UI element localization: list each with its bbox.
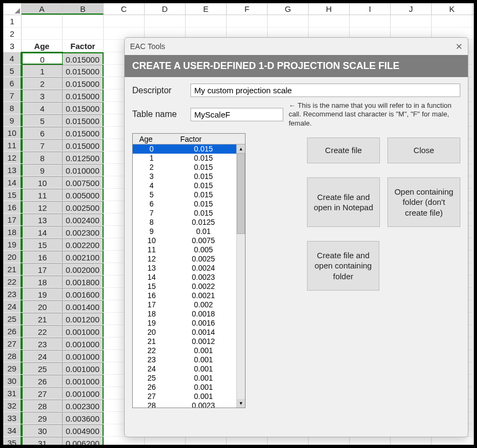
cell[interactable]: 0.006200 (63, 437, 104, 445)
cell[interactable]: 21 (22, 313, 63, 325)
cell[interactable]: 0.001800 (63, 275, 104, 287)
cell[interactable]: 11 (22, 189, 63, 201)
cell[interactable]: 25 (22, 362, 63, 374)
cell[interactable] (309, 437, 350, 445)
cell[interactable] (391, 15, 432, 27)
list-item[interactable]: 220.001 (133, 346, 236, 355)
row-header[interactable]: 30 (3, 375, 22, 387)
cell[interactable]: 0.001400 (63, 300, 104, 312)
cell[interactable]: 0.002200 (63, 238, 104, 250)
list-item[interactable]: 30.015 (133, 172, 236, 181)
list-item[interactable]: 200.0014 (133, 328, 236, 337)
cell[interactable] (227, 437, 268, 445)
row-header[interactable]: 22 (3, 275, 22, 287)
row-header[interactable]: 7 (3, 89, 22, 101)
cell[interactable]: 4 (22, 102, 63, 114)
cell[interactable]: 0.015000 (63, 114, 104, 126)
cell[interactable] (22, 27, 63, 39)
column-header[interactable]: D (145, 3, 186, 15)
row-header[interactable]: 13 (3, 164, 22, 176)
row-header[interactable]: 1 (3, 15, 22, 27)
list-item[interactable]: 180.0018 (133, 309, 236, 319)
column-header[interactable]: B (63, 3, 104, 15)
cell[interactable]: 27 (22, 387, 63, 399)
row-header[interactable]: 5 (3, 65, 22, 77)
list-item[interactable]: 230.001 (133, 355, 236, 364)
cell[interactable]: Age (22, 40, 63, 52)
row-header[interactable]: 6 (3, 77, 22, 89)
row-header[interactable]: 31 (3, 387, 22, 399)
list-item[interactable]: 70.015 (133, 209, 236, 218)
cell[interactable]: 0.015000 (63, 52, 104, 64)
cell[interactable] (391, 437, 432, 445)
cell[interactable] (63, 27, 104, 39)
cell[interactable] (63, 15, 104, 27)
cell[interactable]: 31 (22, 437, 63, 445)
cell[interactable]: 7 (22, 139, 63, 151)
close-button[interactable]: Close (387, 137, 460, 163)
list-item[interactable]: 90.01 (133, 227, 236, 236)
cell[interactable]: 0.012500 (63, 151, 104, 163)
row-header[interactable]: 21 (3, 263, 22, 275)
cell[interactable]: 18 (22, 275, 63, 287)
cell[interactable] (432, 437, 473, 445)
descriptor-input[interactable] (190, 84, 460, 97)
row-header[interactable]: 28 (3, 350, 22, 362)
column-header[interactable]: C (104, 3, 145, 15)
row-header[interactable]: 12 (3, 151, 22, 163)
list-item[interactable]: 160.0021 (133, 291, 236, 300)
cell[interactable]: 0.001000 (63, 350, 104, 362)
column-header[interactable]: I (350, 3, 391, 15)
scroll-thumb[interactable] (237, 153, 245, 234)
scroll-up-icon[interactable]: ▴ (237, 144, 245, 153)
cell[interactable]: 17 (22, 263, 63, 275)
cell[interactable] (432, 15, 473, 27)
list-item[interactable]: 130.0024 (133, 264, 236, 273)
list-item[interactable]: 190.0016 (133, 319, 236, 328)
create-file-folder-button[interactable]: Create file and open containing folder (307, 241, 379, 291)
cell[interactable]: 0.001000 (63, 337, 104, 349)
cell[interactable]: 22 (22, 325, 63, 337)
cell[interactable]: 0 (22, 52, 63, 64)
cell[interactable]: 0.001000 (63, 375, 104, 387)
column-header[interactable]: H (309, 3, 350, 15)
cell[interactable]: 0.002500 (63, 201, 104, 213)
cell[interactable]: 12 (22, 201, 63, 213)
cell[interactable]: 0.001000 (63, 362, 104, 374)
row-header[interactable]: 33 (3, 412, 22, 424)
list-item[interactable]: 210.0012 (133, 337, 236, 346)
cell[interactable] (309, 15, 350, 27)
cell[interactable]: 0.015000 (63, 102, 104, 114)
select-all-corner[interactable] (3, 3, 22, 15)
row-header[interactable]: 11 (3, 139, 22, 151)
cell[interactable] (145, 437, 186, 445)
row-header[interactable]: 17 (3, 213, 22, 225)
cell[interactable]: 15 (22, 238, 63, 250)
row-header[interactable]: 27 (3, 337, 22, 349)
row-header[interactable]: 20 (3, 251, 22, 263)
cell[interactable]: 8 (22, 151, 63, 163)
cell[interactable]: 9 (22, 164, 63, 176)
row-header[interactable]: 25 (3, 313, 22, 325)
list-item[interactable]: 270.001 (133, 392, 236, 401)
list-item[interactable]: 170.002 (133, 300, 236, 309)
list-item[interactable]: 140.0023 (133, 273, 236, 282)
create-file-button[interactable]: Create file (307, 137, 380, 163)
cell[interactable]: 0.002100 (63, 251, 104, 263)
cell[interactable]: 20 (22, 300, 63, 312)
list-item[interactable]: 280.0023 (133, 401, 236, 408)
cell[interactable] (227, 15, 268, 27)
cell[interactable]: 0.015000 (63, 89, 104, 101)
row-header[interactable]: 26 (3, 325, 22, 337)
row-header[interactable]: 16 (3, 201, 22, 213)
preview-list[interactable]: 00.01510.01520.01530.01540.01550.01560.0… (133, 144, 236, 408)
list-item[interactable]: 60.015 (133, 199, 236, 209)
row-header[interactable]: 9 (3, 114, 22, 126)
list-item[interactable]: 150.0022 (133, 282, 236, 291)
cell[interactable] (186, 15, 227, 27)
list-item[interactable]: 00.015 (133, 144, 236, 154)
row-header[interactable]: 8 (3, 102, 22, 114)
dialog-titlebar[interactable]: EAC Tools ✕ (125, 38, 468, 55)
list-item[interactable]: 260.001 (133, 383, 236, 392)
cell[interactable]: 14 (22, 226, 63, 238)
